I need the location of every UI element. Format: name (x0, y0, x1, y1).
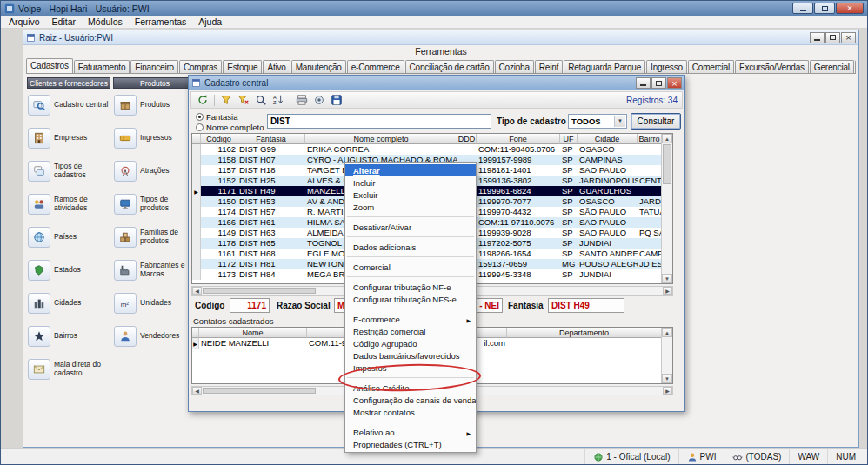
scrollbar-track[interactable] (662, 185, 672, 274)
raiz-minimize-button[interactable] (810, 32, 825, 43)
tab-conciliacao-de-cartao[interactable]: Conciliação de cartão (405, 60, 494, 73)
cadastro-titlebar[interactable]: Cadastro central (189, 76, 684, 90)
cadastro-maximize-button[interactable] (651, 77, 666, 89)
radio-fantasia[interactable]: Fantasia (196, 111, 264, 122)
sidebar-item-familias-de-produtos[interactable]: Famílias de produtos (113, 221, 197, 254)
refresh-button[interactable] (194, 93, 211, 108)
tab-e-commerce[interactable]: e-Commerce (347, 60, 404, 73)
context-menu-item-relativo-ao[interactable]: Relativo ao (345, 426, 476, 438)
menubar-item-ajuda[interactable]: Ajuda (192, 16, 228, 28)
scroll-right-icon[interactable] (663, 387, 672, 395)
sidebar-item-tipos-de-produtos[interactable]: Tipos de produtos (113, 188, 197, 221)
sidebar-item-cadastro-central[interactable]: Cadastro central (27, 89, 110, 122)
context-menu-item-comercial[interactable]: Comercial (345, 261, 476, 273)
tab-ingresso[interactable]: Ingresso (646, 60, 687, 73)
scroll-left-icon[interactable] (192, 287, 202, 295)
context-menu-item-dados-adicionais[interactable]: Dados adicionais (345, 241, 476, 253)
clear-filter-button[interactable] (235, 93, 252, 108)
scrollbar-thumb[interactable] (203, 288, 316, 294)
sidebar-item-unidades[interactable]: m²Unidades (113, 287, 197, 320)
radio-nome-completo[interactable]: Nome completo (196, 122, 264, 132)
menubar-item-editar[interactable]: Editar (46, 16, 82, 28)
context-menu-item-analise-credito[interactable]: Análise Crédito (345, 382, 476, 394)
scroll-up-icon[interactable] (662, 134, 672, 143)
scroll-down-icon[interactable] (662, 274, 672, 283)
tab-compras[interactable]: Compras (179, 60, 222, 73)
chevron-down-icon[interactable] (614, 116, 625, 127)
scroll-down-icon[interactable] (662, 374, 672, 383)
context-menu-item-restricao-comercial[interactable]: Restrição comercial (345, 325, 476, 337)
context-menu-item-mostrar-contatos[interactable]: Mostrar contatos (345, 406, 476, 418)
sidebar-item-empresas[interactable]: Empresas (27, 122, 110, 155)
preview-button[interactable] (310, 93, 328, 108)
raiz-close-button[interactable] (841, 32, 856, 43)
sidebar-item-mala-direta-do-cadastro[interactable]: Mala direta do cadastro (27, 353, 110, 386)
search-button[interactable] (252, 93, 270, 108)
tab-comercial[interactable]: Comercial (688, 60, 734, 73)
scrollbar-thumb[interactable] (663, 144, 671, 184)
sidebar-item-ramos-de-atividades[interactable]: Ramos de atividades (27, 188, 110, 221)
tab-reinf[interactable]: Reinf (535, 60, 563, 73)
tipo-cadastro-select[interactable]: TODOS (568, 114, 627, 129)
cadastro-minimize-button[interactable] (636, 77, 651, 89)
menubar-item-arquivo[interactable]: Arquivo (3, 16, 46, 28)
close-button[interactable] (836, 3, 864, 14)
minimize-button[interactable] (792, 3, 813, 14)
scrollbar-thumb[interactable] (203, 388, 316, 394)
printer-button[interactable] (293, 93, 310, 108)
tab-excursao-vendas[interactable]: Excursão/Vendas (735, 60, 809, 73)
search-input[interactable] (267, 114, 491, 129)
tab-cortesia[interactable]: Cortesia (855, 60, 856, 73)
scroll-up-icon[interactable] (662, 328, 672, 337)
tab-cozinha[interactable]: Cozinha (495, 60, 534, 73)
menubar-item-modulos[interactable]: Módulos (82, 16, 129, 28)
context-menu-item-impostos[interactable]: Impostos (345, 362, 476, 374)
scroll-right-icon[interactable] (663, 287, 672, 295)
sidebar-item-paises[interactable]: Países (27, 221, 110, 254)
sidebar-item-tipos-de-cadastros[interactable]: Tipos de cadastros (27, 155, 110, 188)
sidebar-item-estados[interactable]: Estados (27, 254, 110, 287)
tab-gerencial[interactable]: Gerencial (810, 60, 854, 73)
context-menu-item-e-commerce[interactable]: E-commerce (345, 313, 476, 325)
sidebar-item-cidades[interactable]: Cidades (27, 287, 110, 320)
context-menu-item-dados-bancarios-favorecidos[interactable]: Dados bancários/favorecidos (345, 349, 476, 362)
tab-financeiro[interactable]: Financeiro (130, 60, 178, 73)
context-menu-item-excluir[interactable]: Excluir (345, 189, 476, 201)
save-button[interactable] (328, 93, 345, 108)
tab-ativo[interactable]: Ativo (263, 60, 290, 73)
context-menu-item-alterar[interactable]: Alterar (345, 164, 476, 176)
consultar-button[interactable]: Consultar (631, 113, 681, 130)
context-menu-item-configurar-tributacao-nfs-e[interactable]: Configurar tributação NFS-e (345, 293, 476, 305)
raiz-titlebar[interactable]: Raiz - Usuário:PWI (23, 30, 858, 45)
context-menu-item-configurar-tributacao-nf-e[interactable]: Configurar tributação NF-e (345, 281, 476, 293)
scroll-left-icon[interactable] (192, 387, 202, 395)
grid-row[interactable]: 1162DIST G99ERIKA CORREACOM:11-98405.070… (192, 144, 662, 155)
context-menu-item-propriedades-ctrl-t[interactable]: Propriedades (CTRL+T) (345, 438, 476, 450)
filter-button[interactable] (217, 93, 235, 108)
context-menu-item-codigo-agrupado[interactable]: Código Agrupado (345, 337, 476, 349)
sidebar-item-ingressos[interactable]: Ingressos (113, 122, 197, 155)
sidebar-item-vendedores[interactable]: Vendedores (113, 320, 197, 353)
sidebar-item-produtos[interactable]: Produtos (113, 89, 197, 122)
tab-retaguarda-parque[interactable]: Retaguarda Parque (564, 60, 645, 73)
context-menu-item-incluir[interactable]: Incluir (345, 176, 476, 189)
contacts-vertical-scrollbar[interactable] (661, 328, 672, 383)
context-menu-item-configuracao-de-canais-de-vendas[interactable]: Configuração de canais de vendas (345, 394, 476, 406)
cadastro-close-button[interactable] (667, 77, 682, 89)
sort-az-button[interactable]: AZ (270, 93, 287, 108)
context-menu-item-zoom[interactable]: Zoom (345, 201, 476, 213)
tab-faturamento[interactable]: Faturamento (74, 60, 130, 73)
menubar-item-ferramentas[interactable]: Ferramentas (129, 16, 193, 28)
main-titlebar[interactable]: Volpe - Hopi Hari - Usuário: PWI (1, 1, 867, 16)
sidebar-item-bairros[interactable]: Bairros (27, 320, 110, 353)
raiz-restore-button[interactable] (825, 32, 840, 43)
tab-manutencao[interactable]: Manutenção (291, 60, 346, 73)
scrollbar-track[interactable] (662, 337, 672, 374)
tab-estoque[interactable]: Estoque (223, 60, 262, 73)
sidebar-item-atracoes[interactable]: Atrações (113, 155, 197, 188)
maximize-button[interactable] (814, 3, 835, 14)
sidebar-item-fabricantes-e-marcas[interactable]: Fabricantes e Marcas (113, 254, 197, 287)
grid-vertical-scrollbar[interactable] (661, 134, 672, 283)
tab-cadastros[interactable]: Cadastros (26, 58, 73, 73)
context-menu-item-desativar-ativar[interactable]: Desativar/Ativar (345, 221, 476, 233)
